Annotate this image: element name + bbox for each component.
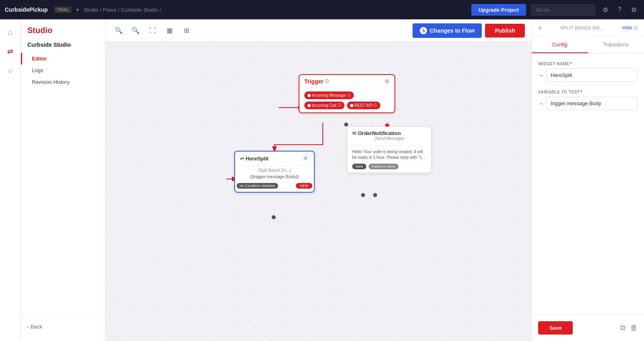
right-panel-header: « SPLIT BASED ON... Hide ⓘ (532, 19, 644, 37)
widget-name-label: WIDGET NAME * (538, 62, 638, 66)
variable-arrow: → (538, 100, 544, 107)
expand-button[interactable]: ⛶ (146, 24, 159, 37)
search-zoom-button[interactable]: 🔍 (112, 24, 126, 37)
brand-name: CurbsidePickup (5, 6, 48, 13)
svg-point-4 (361, 193, 365, 197)
trial-badge: TRIAL (54, 6, 72, 13)
heresplit-subtitle: (Split Based On...) (240, 168, 309, 173)
widget-name-row: → (538, 69, 638, 82)
trigger-node[interactable]: Trigger ⓘ ⚙ Incoming Message ⓘ Incoming … (299, 74, 395, 113)
heresplit-footer: No Condition Matches NEW (235, 183, 314, 192)
heresplit-title: ⇌ HereSplit (240, 156, 268, 162)
upgrade-button[interactable]: Upgrade Project (471, 4, 526, 16)
widget-name-input[interactable] (546, 69, 638, 82)
svg-point-6 (344, 123, 348, 127)
order-subtitle: (Send Message) (352, 136, 426, 141)
curbside-title: Curbside Studio (21, 42, 105, 53)
required-star-widget: * (570, 62, 572, 66)
no-match-pill: No Condition Matches (237, 183, 278, 189)
failed-to-send-pill: Failed to Send (369, 164, 398, 169)
trigger-title: Trigger ⓘ (304, 78, 329, 85)
tab-config[interactable]: Config (532, 37, 588, 53)
breadcrumb: Studio / Flows / Curbside Studio / (84, 7, 161, 13)
copy-icon[interactable]: ⧉ (620, 324, 625, 332)
panel-footer: Save ⧉ 🗑 (532, 314, 644, 341)
svg-point-3 (272, 215, 276, 219)
heresplit-close-icon[interactable]: ✕ (302, 155, 309, 162)
changes-count-badge: 5 (420, 27, 427, 34)
grid-button[interactable]: ⊞ (180, 24, 193, 37)
home-icon[interactable]: ⌂ (2, 24, 19, 40)
heresplit-body: (Split Based On...) {{trigger.message.Bo… (235, 166, 314, 183)
settings-icon[interactable]: ⚙ (629, 6, 639, 14)
variable-row: → (538, 97, 638, 110)
message-icon: ✉ (352, 131, 356, 136)
nav-item-logs[interactable]: Logs (21, 64, 105, 76)
variable-label: VARIABLE TO TEST * (538, 90, 638, 94)
trigger-header: Trigger ⓘ ⚙ (299, 75, 394, 88)
save-button[interactable]: Save (538, 321, 573, 335)
layers-button[interactable]: ▦ (163, 24, 176, 37)
changes-to-flow-button[interactable]: 5 Changes to Flow (413, 23, 482, 38)
panel-tabs: Config Transitions (532, 37, 644, 54)
order-footer: Sent Failed to Send (347, 164, 431, 173)
back-link[interactable]: ‹ Back (21, 318, 105, 335)
hide-link[interactable]: Hide ⓘ (622, 25, 638, 31)
svg-point-5 (373, 193, 377, 197)
bell-icon[interactable]: ⚙ (600, 6, 611, 14)
canvas-toolbar: 🔍 🔍 ⛶ ▦ ⊞ 5 Changes to Flow Publish (105, 19, 531, 42)
flow-canvas[interactable]: Trigger ⓘ ⚙ Incoming Message ⓘ Incoming … (105, 42, 531, 341)
changes-label: Changes to Flow (429, 27, 475, 34)
nav-item-editor[interactable]: Editor (21, 53, 105, 64)
trigger-pill-rest-api: REST API ⓘ (347, 102, 381, 109)
sent-pill: Sent (352, 164, 366, 169)
left-nav-panel: Studio Curbside Studio Editor Logs Revis… (21, 19, 105, 341)
order-text: Hello! Your order is being created. It w… (352, 149, 426, 160)
right-panel: « SPLIT BASED ON... Hide ⓘ Config Transi… (531, 19, 644, 341)
nav-item-revision-history[interactable]: Revision History (21, 76, 105, 88)
widget-name-arrow: → (538, 72, 544, 79)
trigger-pill-incoming-message: Incoming Message ⓘ (304, 91, 354, 99)
order-notification-node[interactable]: ✉ OrderNotification (Send Message) Hello… (347, 127, 431, 173)
search-input[interactable] (531, 4, 595, 15)
dropdown-icon[interactable]: ▾ (76, 7, 79, 12)
users-icon[interactable]: ○ (2, 63, 19, 79)
zoom-out-button[interactable]: 🔍 (129, 24, 142, 37)
order-title: ✉ OrderNotification (352, 130, 426, 136)
heresplit-variable: {{trigger.message.Body}} (240, 174, 309, 179)
canvas-area: 🔍 🔍 ⛶ ▦ ⊞ 5 Changes to Flow Publish (105, 19, 531, 341)
panel-collapse-button[interactable]: « (538, 24, 542, 31)
trigger-settings-icon[interactable]: ⚙ (384, 78, 390, 85)
trigger-body: Incoming Message ⓘ Incoming Call ⓘ REST … (299, 88, 394, 112)
top-nav: CurbsidePickup TRIAL ▾ Studio / Flows / … (0, 0, 644, 19)
new-pill: NEW (296, 183, 312, 189)
variable-input[interactable] (546, 97, 638, 110)
footer-icons: ⧉ 🗑 (620, 324, 638, 332)
main-layout: ⌂ ⇌ ○ Studio Curbside Studio Editor Logs… (0, 19, 644, 341)
required-star-variable: * (580, 90, 582, 94)
order-body: Hello! Your order is being created. It w… (347, 146, 431, 164)
order-header: ✉ OrderNotification (Send Message) (347, 127, 431, 146)
split-based-on-label: SPLIT BASED ON... (560, 25, 604, 30)
delete-icon[interactable]: 🗑 (630, 324, 638, 332)
split-icon: ⇌ (240, 156, 244, 161)
tab-transitions[interactable]: Transitions (588, 37, 644, 53)
studio-title: Studio (21, 26, 105, 42)
publish-button[interactable]: Publish (485, 24, 525, 37)
trigger-pill-incoming-call: Incoming Call ⓘ (304, 102, 345, 109)
help-icon[interactable]: ? (615, 6, 624, 13)
panel-body: WIDGET NAME * → VARIABLE TO TEST * → (532, 54, 644, 314)
heresplit-header: ⇌ HereSplit ✕ (235, 152, 314, 166)
flows-icon[interactable]: ⇌ (2, 44, 19, 60)
hide-info-icon: ⓘ (634, 26, 638, 30)
trigger-info-icon: ⓘ (325, 79, 329, 84)
heresplit-node[interactable]: ⇌ HereSplit ✕ (Split Based On...) {{trig… (234, 151, 315, 193)
icon-sidebar: ⌂ ⇌ ○ (0, 19, 21, 341)
